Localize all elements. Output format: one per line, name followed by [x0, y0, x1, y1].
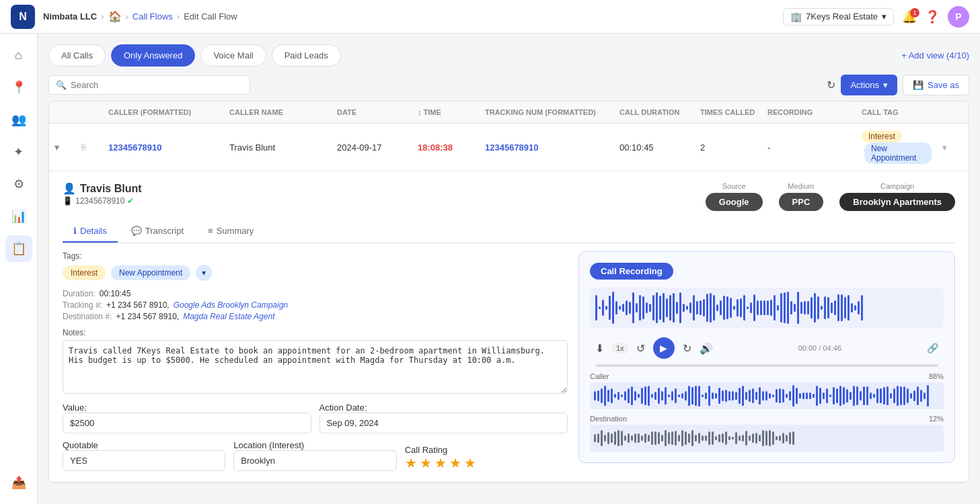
td-date: 2024-09-17 [332, 142, 412, 153]
play-button[interactable]: ▶ [653, 337, 675, 359]
call-flows-link[interactable]: Call Flows [133, 11, 173, 22]
medium-value: PPC [779, 193, 824, 211]
call-recording-box: Call Recording ⬇ 1x ↺ [578, 251, 955, 463]
notes-label: Notes: [63, 328, 568, 337]
speed-badge[interactable]: 1x [612, 343, 628, 353]
filter-paid-leads[interactable]: Paid Leads [272, 44, 341, 67]
detail-tabs: ℹ Details 💬 Transcript ≡ Summary [63, 220, 955, 243]
th-tracking-num: TRACKING NUM (FORMATTED) [480, 108, 614, 116]
tab-details[interactable]: ℹ Details [63, 220, 118, 243]
progress-bar[interactable] [595, 364, 938, 367]
calls-table: CALLER (FORMATTED) CALLER NAME DATE ↕ TI… [48, 101, 969, 483]
help-button[interactable]: ❓ [925, 9, 940, 24]
location-field: Location (Interest) [233, 440, 396, 471]
destination-num-val: +1 234 567 8910, [116, 312, 179, 321]
campaign-label: Campaign [839, 182, 955, 190]
source-grid: Source Google Medium PPC Campaign Brookl… [706, 182, 955, 211]
duration-val: 00:10:45 [100, 289, 131, 298]
playback-controls: ⬇ 1x ↺ ▶ ↻ 🔊 00:00 / 04:46 [590, 335, 944, 362]
saveas-label: Save as [928, 80, 959, 90]
caller-channel-label: Caller [590, 372, 609, 380]
avatar[interactable]: P [948, 6, 969, 28]
action-date-label: Action Date: [319, 403, 367, 413]
campaign-item: Campaign Brooklyn Apartments [839, 182, 955, 211]
star-5[interactable]: ★ [464, 455, 476, 471]
quotable-label: Quotable [63, 440, 98, 450]
sidebar-item-calls[interactable]: 📋 [5, 235, 32, 262]
value-input[interactable] [63, 413, 311, 433]
td-expand[interactable]: ▾ [49, 142, 76, 153]
actions-label: Actions [850, 80, 879, 90]
rewind-button[interactable]: ↺ [636, 342, 645, 355]
tags-row: Interest New Appointment ▾ [63, 265, 568, 281]
search-input[interactable] [71, 80, 243, 90]
location-label: Location (Interest) [233, 440, 304, 450]
saveas-button[interactable]: 💾 Save as [903, 75, 969, 95]
volume-button[interactable]: 🔊 [700, 342, 713, 355]
add-view-link[interactable]: + Add view (4/10) [901, 50, 969, 60]
save-icon: 💾 [913, 80, 924, 90]
star-4[interactable]: ★ [449, 455, 461, 471]
td-caller-name: Travis Blunt [224, 142, 332, 153]
org-selector[interactable]: 🏢 7Keys Real Estate ▾ [783, 8, 894, 26]
quotable-input[interactable] [63, 450, 225, 471]
person-icon: 👤 [63, 182, 76, 195]
sidebar-item-home[interactable]: ⌂ [5, 42, 32, 69]
notification-button[interactable]: 🔔 1 [902, 9, 917, 24]
action-date-field: Action Date: [319, 403, 568, 433]
sidebar-item-location[interactable]: 📍 [5, 74, 32, 101]
breadcrumb: Nimbata LLC › 🏠 › Call Flows › Edit Call… [43, 10, 237, 23]
sidebar-item-integrations[interactable]: ✦ [5, 138, 32, 165]
sidebar-item-users[interactable]: 👥 [5, 106, 32, 133]
caller-phone: 📱 12345678910 ✔ [63, 196, 142, 206]
logo: N [11, 5, 35, 29]
source-value: Google [706, 193, 763, 211]
tags-label: Tags: [63, 251, 568, 261]
th-call-tag: CALL TAG [856, 108, 937, 116]
forward-button[interactable]: ↻ [683, 342, 691, 355]
tab-summary[interactable]: ≡ Summary [197, 220, 264, 243]
destination-channel: Destination 12% [590, 415, 944, 452]
star-rating[interactable]: ★ ★ ★ ★ ★ [405, 455, 568, 471]
bottom-form-grid: Quotable Location (Interest) Call Rating [63, 440, 568, 471]
main-waveform [590, 288, 944, 328]
sidebar-item-settings[interactable]: ⚙ [5, 171, 32, 198]
filter-only-answered[interactable]: Only Answered [111, 44, 195, 67]
star-3[interactable]: ★ [435, 455, 447, 471]
actions-button[interactable]: Actions ▾ [841, 75, 897, 95]
caller-info: 👤 Travis Blunt 📱 12345678910 ✔ [63, 182, 142, 206]
destination-channel-label: Destination [590, 415, 627, 423]
star-1[interactable]: ★ [405, 455, 417, 471]
tag-dropdown-btn[interactable]: ▾ [196, 265, 212, 281]
search-box[interactable]: 🔍 [48, 75, 250, 95]
source-label: Source [706, 182, 763, 190]
tag-interest-pill: Interest [63, 265, 106, 280]
sidebar-item-bottom[interactable]: 📤 [5, 469, 32, 496]
th-times-called: TIMES CALLED [695, 108, 762, 116]
filter-bar: All Calls Only Answered Voice Mail Paid … [48, 44, 969, 67]
location-input[interactable] [233, 450, 396, 471]
filter-all-calls[interactable]: All Calls [48, 44, 106, 67]
refresh-button[interactable]: ↻ [827, 75, 835, 95]
notes-textarea[interactable]: Travis called 7Keys Real Estate to book … [63, 340, 568, 394]
star-2[interactable]: ★ [420, 455, 432, 471]
recording-title: Call Recording [590, 263, 673, 280]
td-dropdown[interactable]: ▾ [937, 142, 969, 153]
detail-panels: Tags: Interest New Appointment ▾ [63, 251, 955, 471]
link-icon[interactable]: 🔗 [927, 343, 938, 353]
notes-section: Notes: Travis called 7Keys Real Estate t… [63, 328, 568, 396]
tracking-campaign-val: Google Ads Brooklyn Campaign [174, 300, 288, 310]
table-row[interactable]: ▾ ⎘ 12345678910 Travis Blunt 2024-09-17 … [49, 124, 969, 171]
download-button[interactable]: ⬇ [595, 342, 604, 355]
filter-voice-mail[interactable]: Voice Mail [200, 44, 266, 67]
caller-name: Travis Blunt [80, 183, 142, 195]
summary-icon: ≡ [208, 226, 213, 236]
action-date-input[interactable] [319, 413, 568, 433]
tab-transcript[interactable]: 💬 Transcript [120, 220, 194, 243]
sidebar-item-analytics[interactable]: 📊 [5, 203, 32, 230]
destination-agent-val: Magda Real Estate Agent [183, 312, 274, 321]
td-copy[interactable]: ⎘ [76, 142, 103, 152]
th-caller-name: CALLER NAME [224, 108, 332, 116]
rating-field: Call Rating ★ ★ ★ ★ ★ [405, 445, 568, 471]
td-times-called: 2 [695, 142, 762, 153]
